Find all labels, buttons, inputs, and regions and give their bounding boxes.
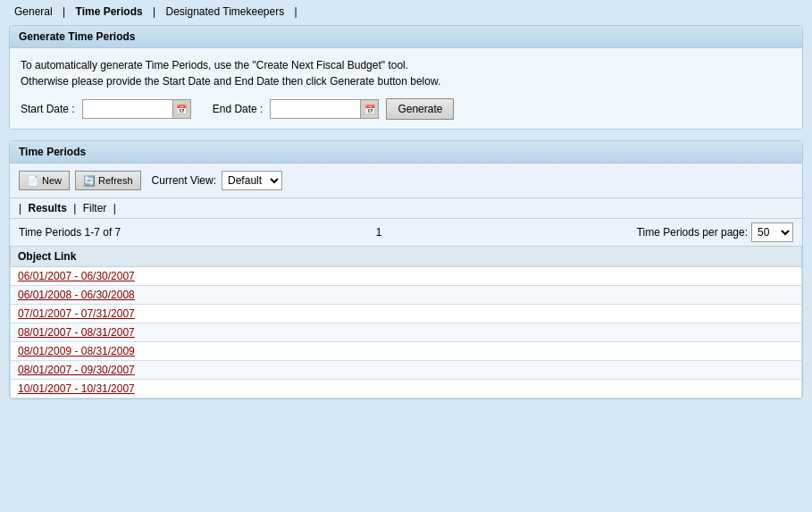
- sub-tab-sep-left: |: [19, 202, 21, 214]
- start-date-label: Start Date :: [21, 103, 75, 115]
- sep-1: |: [61, 5, 67, 18]
- sep-2: |: [151, 5, 157, 18]
- current-view-select[interactable]: Default Custom: [222, 171, 282, 190]
- table-row: 06/01/2008 - 06/30/2008: [11, 286, 802, 305]
- end-date-input[interactable]: [271, 100, 360, 118]
- sub-tab-sep-right: |: [113, 202, 116, 214]
- generate-panel-title: Generate Time Periods: [19, 30, 136, 43]
- object-link-4[interactable]: 08/01/2009 - 08/31/2009: [18, 345, 135, 357]
- tab-designated-timekeepers[interactable]: Designated Timekeepers: [160, 2, 289, 21]
- refresh-icon: 🔄: [83, 175, 96, 187]
- time-periods-table: Object Link 06/01/2007 - 06/30/200706/01…: [10, 246, 802, 399]
- refresh-button-label: Refresh: [98, 175, 133, 186]
- table-row: 10/01/2007 - 10/31/2007: [11, 380, 802, 399]
- time-periods-panel: Time Periods 📄 New 🔄 Refresh Current Vie…: [9, 140, 803, 399]
- object-link-2[interactable]: 07/01/2007 - 07/31/2007: [18, 307, 135, 320]
- start-date-field: 📅: [82, 99, 191, 119]
- results-perpage: Time Periods per page: 25 50 100: [637, 222, 793, 242]
- object-link-5[interactable]: 08/01/2007 - 09/30/2007: [18, 364, 135, 376]
- toolbar: 📄 New 🔄 Refresh Current View: Default Cu…: [10, 164, 802, 197]
- table-row: 06/01/2007 - 06/30/2007: [11, 267, 802, 286]
- table-row: 08/01/2009 - 08/31/2009: [11, 342, 802, 361]
- generate-panel: Generate Time Periods To automatically g…: [9, 25, 803, 130]
- main-content: Generate Time Periods To automatically g…: [0, 18, 812, 407]
- top-nav: General | Time Periods | Designated Time…: [0, 0, 812, 18]
- start-date-input[interactable]: [83, 100, 172, 118]
- info-line-1: To automatically generate Time Periods, …: [21, 57, 791, 73]
- info-line-2: Otherwise please provide the Start Date …: [21, 73, 791, 89]
- col-object-link: Object Link: [11, 247, 802, 267]
- new-button-label: New: [42, 175, 62, 186]
- table-row: 08/01/2007 - 09/30/2007: [11, 361, 802, 380]
- sub-tab-sep-mid: |: [73, 202, 76, 214]
- end-date-calendar-icon[interactable]: 📅: [360, 100, 378, 118]
- table-row: 08/01/2007 - 08/31/2007: [11, 323, 802, 342]
- per-page-label: Time Periods per page:: [637, 226, 748, 239]
- end-date-field: 📅: [270, 99, 379, 119]
- end-date-label: End Date :: [213, 103, 264, 115]
- results-count: Time Periods 1-7 of 7: [19, 226, 121, 239]
- tab-general[interactable]: General: [9, 2, 58, 21]
- object-link-3[interactable]: 08/01/2007 - 08/31/2007: [18, 326, 135, 339]
- sep-3: |: [293, 5, 299, 18]
- start-date-calendar-icon[interactable]: 📅: [172, 100, 190, 118]
- sub-tab-filter[interactable]: Filter: [80, 202, 111, 214]
- time-periods-panel-header: Time Periods: [10, 141, 802, 164]
- object-link-1[interactable]: 06/01/2008 - 06/30/2008: [18, 289, 135, 301]
- object-link-6[interactable]: 10/01/2007 - 10/31/2007: [18, 382, 135, 395]
- generate-button[interactable]: Generate: [386, 98, 454, 120]
- tab-time-periods[interactable]: Time Periods: [71, 2, 148, 21]
- new-button[interactable]: 📄 New: [19, 171, 70, 190]
- refresh-button[interactable]: 🔄 Refresh: [75, 171, 141, 190]
- results-page: 1: [121, 226, 636, 239]
- table-row: 07/01/2007 - 07/31/2007: [11, 305, 802, 323]
- current-view-label: Current View:: [152, 174, 216, 187]
- sub-tabs: | Results | Filter |: [10, 197, 802, 219]
- generate-panel-body: To automatically generate Time Periods, …: [10, 48, 802, 129]
- object-link-0[interactable]: 06/01/2007 - 06/30/2007: [18, 270, 135, 282]
- new-icon: 📄: [27, 175, 39, 187]
- per-page-select[interactable]: 25 50 100: [751, 222, 793, 242]
- sub-tab-results[interactable]: Results: [24, 202, 70, 214]
- time-periods-panel-title: Time Periods: [19, 146, 86, 158]
- date-row: Start Date : 📅 End Date : 📅 Generate: [21, 98, 791, 120]
- generate-panel-header: Generate Time Periods: [10, 26, 802, 48]
- info-text: To automatically generate Time Periods, …: [21, 57, 791, 89]
- results-info: Time Periods 1-7 of 7 1 Time Periods per…: [10, 219, 802, 246]
